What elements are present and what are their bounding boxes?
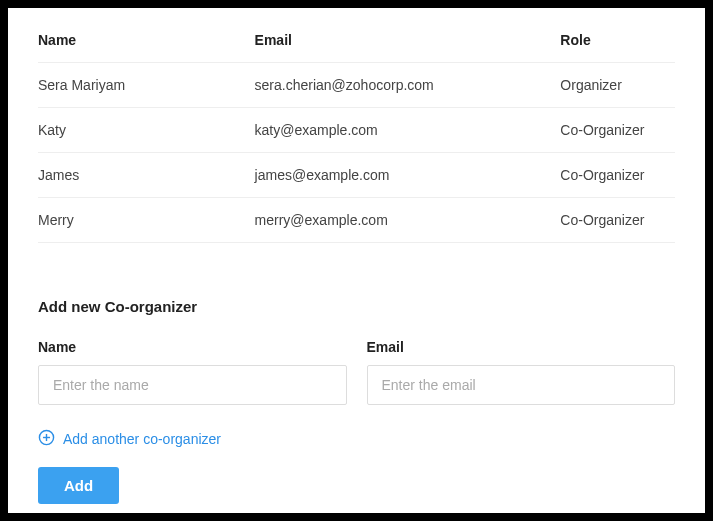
email-label: Email (367, 339, 676, 355)
table-row: Katy katy@example.com Co-Organizer (38, 108, 675, 153)
cell-name: James (38, 153, 255, 198)
organizer-panel: Name Email Role Sera Mariyam sera.cheria… (8, 8, 705, 513)
header-role: Role (560, 32, 675, 63)
add-button[interactable]: Add (38, 467, 119, 504)
add-another-label: Add another co-organizer (63, 431, 221, 447)
header-name: Name (38, 32, 255, 63)
cell-role: Co-Organizer (560, 153, 675, 198)
form-title: Add new Co-organizer (38, 298, 675, 315)
name-input[interactable] (38, 365, 347, 405)
cell-email: katy@example.com (255, 108, 561, 153)
add-another-link[interactable]: Add another co-organizer (38, 429, 675, 449)
cell-email: merry@example.com (255, 198, 561, 243)
add-coorganizer-form: Add new Co-organizer Name Email Add anot… (38, 298, 675, 504)
name-label: Name (38, 339, 347, 355)
plus-circle-icon (38, 429, 55, 449)
table-row: James james@example.com Co-Organizer (38, 153, 675, 198)
cell-name: Merry (38, 198, 255, 243)
cell-email: james@example.com (255, 153, 561, 198)
table-row: Merry merry@example.com Co-Organizer (38, 198, 675, 243)
cell-email: sera.cherian@zohocorp.com (255, 63, 561, 108)
email-input[interactable] (367, 365, 676, 405)
cell-role: Co-Organizer (560, 198, 675, 243)
table-row: Sera Mariyam sera.cherian@zohocorp.com O… (38, 63, 675, 108)
cell-name: Sera Mariyam (38, 63, 255, 108)
cell-name: Katy (38, 108, 255, 153)
header-email: Email (255, 32, 561, 63)
cell-role: Co-Organizer (560, 108, 675, 153)
cell-role: Organizer (560, 63, 675, 108)
organizer-table: Name Email Role Sera Mariyam sera.cheria… (38, 32, 675, 243)
